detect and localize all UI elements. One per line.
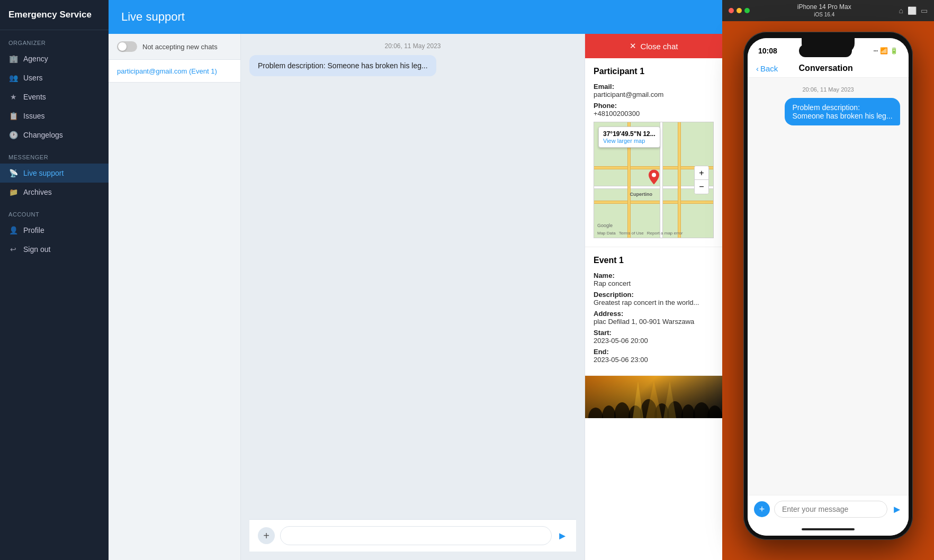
chat-input[interactable]: [280, 526, 552, 545]
changelogs-icon: 🕐: [8, 130, 18, 140]
email-row: Email: participant@gmail.com: [594, 83, 714, 98]
sidebar-item-profile[interactable]: 👤 Profile: [0, 221, 109, 240]
zoom-in-button[interactable]: +: [695, 166, 708, 180]
svg-point-1: [588, 408, 603, 418]
name-row: Name: Rap concert: [594, 272, 714, 287]
home-icon: ⌂: [899, 6, 903, 15]
start-row: Start: 2023-05-06 20:00: [594, 329, 714, 345]
chat-messages-panel: 20:06, 11 May 2023 Problem description: …: [241, 34, 585, 560]
iphone-msg-bubble: Problem description: Someone has broken …: [785, 98, 900, 125]
sidebar-item-label: Profile: [23, 226, 44, 234]
close-dot[interactable]: [729, 8, 734, 13]
back-button[interactable]: ‹ Back: [756, 64, 778, 73]
participant-title: Participant 1: [594, 67, 714, 76]
event-title: Event 1: [594, 256, 714, 265]
home-bar-indicator: [802, 528, 855, 530]
detail-panel: ✕ Close chat Participant 1 Email: partic…: [585, 34, 722, 560]
send-button[interactable]: ►: [557, 530, 568, 542]
iphone-message-input[interactable]: [774, 501, 887, 518]
end-row: End: 2023-05-06 23:00: [594, 348, 714, 364]
profile-icon: 👤: [8, 225, 18, 235]
sidebar-item-users[interactable]: 👥 Users: [0, 68, 109, 87]
minimize-dot[interactable]: [737, 8, 742, 13]
participant-section: Participant 1 Email: participant@gmail.c…: [585, 58, 722, 247]
message-timestamp: 20:06, 11 May 2023: [249, 42, 576, 50]
wifi-icon: 📶: [880, 47, 888, 55]
iphone-screen: 10:08 ··· 📶 🔋 ‹ Back Conversation: [748, 38, 909, 536]
svg-point-0: [652, 173, 656, 177]
iphone-nav-title: Conversation: [778, 64, 874, 73]
chat-list-panel: Not accepting new chats participant@gmai…: [109, 34, 241, 560]
sidebar-item-label: Sign out: [23, 245, 50, 254]
view-larger-map-link[interactable]: View larger map: [603, 138, 655, 144]
device-icons: ⌂ ⬜ ▭: [899, 6, 928, 15]
chevron-left-icon: ‹: [756, 64, 759, 73]
phone-value: +48100200300: [594, 110, 640, 118]
location-map[interactable]: Cupertino 37°19'49.5"N 12... View larger…: [594, 122, 714, 238]
svg-marker-11: [633, 381, 643, 418]
chat-list-item[interactable]: participant@gmail.com (Event 1): [109, 60, 240, 83]
signal-dots: ···: [874, 48, 878, 54]
maximize-dot[interactable]: [744, 8, 750, 13]
screenshot-icon: ⬜: [908, 6, 917, 15]
account-section-label: Account: [0, 202, 109, 221]
iphone-add-button[interactable]: +: [754, 501, 770, 517]
email-value: participant@gmail.com: [594, 91, 663, 98]
toggle-knob: [118, 42, 127, 51]
end-label: End:: [594, 348, 609, 356]
live-support-icon: 📡: [8, 168, 18, 178]
settings-icon: ▭: [921, 6, 928, 15]
window-controls: [729, 8, 750, 13]
sidebar: Emergency Service Organizer 🏢 Agency 👥 U…: [0, 0, 109, 560]
svg-marker-13: [663, 381, 676, 418]
close-chat-button[interactable]: ✕ Close chat: [585, 34, 722, 58]
issues-icon: 📋: [8, 111, 18, 121]
accepting-chats-toggle[interactable]: [117, 41, 137, 52]
map-data-label: Map Data: [597, 231, 616, 236]
close-chat-label: Close chat: [641, 42, 678, 51]
google-logo: Google: [597, 223, 613, 228]
iphone-nav: ‹ Back Conversation: [748, 59, 909, 78]
status-bar: Not accepting new chats: [109, 34, 240, 60]
iphone-body: 10:08 ··· 📶 🔋 ‹ Back Conversation: [743, 32, 913, 540]
chat-input-bar: + ►: [249, 519, 576, 552]
main-content: Live support Not accepting new chats par…: [109, 0, 722, 560]
app-title: Emergency Service: [0, 0, 109, 30]
address-value: plac Defilad 1, 00-901 Warszawa: [594, 318, 694, 326]
start-value: 2023-05-06 20:00: [594, 337, 648, 345]
phone-row: Phone: +48100200300: [594, 102, 714, 118]
sidebar-item-issues[interactable]: 📋 Issues: [0, 106, 109, 125]
device-title: iPhone 14 Pro Max iOS 16.4: [754, 3, 895, 18]
iphone-time: 10:08: [758, 47, 777, 55]
iphone-messages: 20:06, 11 May 2023 Problem description: …: [748, 78, 909, 495]
zoom-out-button[interactable]: −: [695, 180, 708, 194]
iphone-home-bar: [748, 523, 909, 536]
map-footer: Map Data Terms of Use Report a map error: [597, 231, 682, 236]
sidebar-item-archives[interactable]: 📁 Archives: [0, 183, 109, 202]
sidebar-item-agency[interactable]: 🏢 Agency: [0, 49, 109, 68]
battery-icon: 🔋: [890, 47, 898, 55]
svg-point-3: [614, 402, 630, 418]
add-attachment-button[interactable]: +: [258, 527, 275, 544]
events-icon: ★: [8, 92, 18, 102]
agency-icon: 🏢: [8, 54, 18, 64]
iphone-msg-timestamp: 20:06, 11 May 2023: [756, 86, 900, 93]
status-text: Not accepting new chats: [142, 43, 218, 51]
map-coords: 37°19'49.5"N 12...: [603, 130, 655, 138]
sidebar-item-label: Agency: [23, 55, 48, 63]
sidebar-item-changelogs[interactable]: 🕐 Changelogs: [0, 125, 109, 144]
sidebar-item-sign-out[interactable]: ↩ Sign out: [0, 240, 109, 259]
sidebar-item-live-support[interactable]: 📡 Live support: [0, 164, 109, 183]
event-section: Event 1 Name: Rap concert Description: G…: [585, 247, 722, 376]
iphone-input-bar: + ►: [748, 495, 909, 523]
sidebar-item-events[interactable]: ★ Events: [0, 87, 109, 106]
archives-icon: 📁: [8, 187, 18, 197]
sidebar-item-label: Users: [23, 74, 43, 82]
close-icon: ✕: [630, 41, 636, 51]
name-label: Name:: [594, 272, 615, 279]
sidebar-item-label: Events: [23, 93, 46, 101]
event-image-overlay: [585, 376, 722, 418]
iphone-send-button[interactable]: ►: [892, 503, 902, 516]
address-label: Address:: [594, 310, 623, 318]
messenger-section-label: Messenger: [0, 144, 109, 164]
